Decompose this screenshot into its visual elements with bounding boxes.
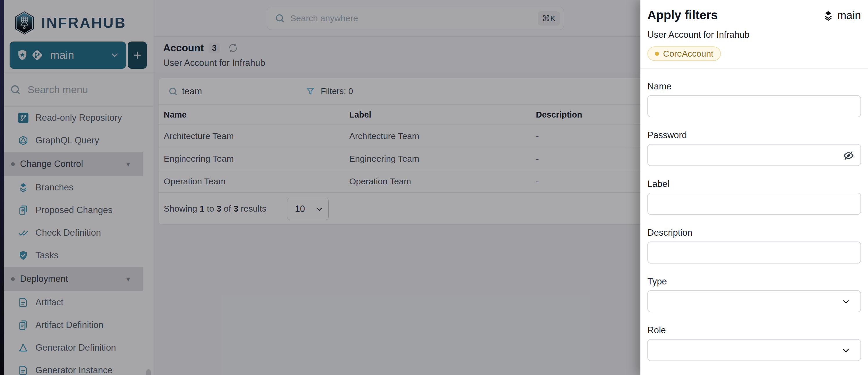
app-root: INFRAHUB main [0,0,868,375]
field-input[interactable] [647,193,861,215]
field-label: Type [647,276,861,287]
panel-subtitle: User Account for Infrahub [647,30,861,40]
panel-branch-label: main [837,9,861,22]
form-field: Type [647,276,861,312]
field-label: Role [647,325,861,336]
panel-branch-indicator[interactable]: main [823,9,861,22]
panel-divider [641,68,868,68]
field-input[interactable] [647,95,861,117]
kind-badge: CoreAccount [647,46,721,61]
chevron-down-icon[interactable] [841,297,850,307]
form-field: Name [647,81,861,117]
chevron-down-icon[interactable] [841,346,850,355]
filters-panel: Apply filters main User Account for Infr… [641,0,868,375]
field-label: Description [647,227,861,238]
form-field: Password [647,130,861,166]
panel-title: Apply filters [647,8,718,22]
eye-off-icon[interactable] [843,150,854,161]
form-field: Role [647,325,861,361]
form-field: Label [647,179,861,215]
form-field: Description [647,227,861,263]
field-label: Password [647,130,861,140]
field-input[interactable] [647,339,861,361]
field-input[interactable] [647,242,861,263]
field-label: Label [647,179,861,189]
kind-dot-icon [655,52,659,56]
field-input[interactable] [647,144,861,166]
field-label: Name [647,81,861,92]
filters-form: Name Password [647,81,861,374]
layers-icon [823,10,834,22]
field-input[interactable] [647,290,861,312]
